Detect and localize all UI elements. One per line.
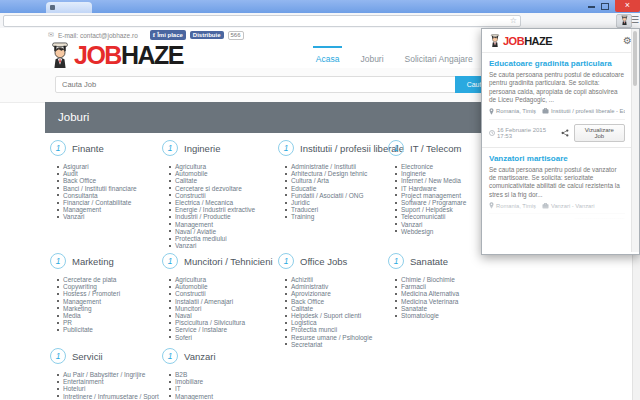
category-item-service-instalare[interactable]: Service / Instalare bbox=[169, 326, 278, 333]
category-item-administratie-institutii[interactable]: Administratie / Institutii bbox=[285, 163, 388, 170]
category-item-hostess-promoteri[interactable]: Hostess / Promoteri bbox=[57, 290, 162, 297]
category-item-educatie[interactable]: Educatie bbox=[285, 185, 388, 192]
category-item-medicina-alternativa[interactable]: Medicina Alternativa bbox=[395, 290, 595, 297]
view-job-button[interactable]: Vizualizare Job bbox=[574, 124, 625, 142]
view-job-button[interactable]: Vizualizare Job bbox=[574, 218, 625, 225]
category-item-media[interactable]: Media bbox=[57, 312, 162, 319]
category-item-instalatii-amenajari[interactable]: Instalatii / Amenajari bbox=[169, 298, 278, 305]
job-search-input[interactable] bbox=[55, 76, 461, 93]
category-title[interactable]: Sanatate bbox=[410, 256, 448, 267]
category-item-management[interactable]: Management bbox=[57, 298, 162, 305]
category-item-copywriting[interactable]: Copywriting bbox=[57, 283, 162, 290]
window-maximize-button[interactable] bbox=[601, 3, 609, 10]
category-title[interactable]: IT / Telecom bbox=[410, 143, 461, 154]
category-item-logistica[interactable]: Logistica bbox=[285, 319, 388, 326]
job-title-link[interactable]: Educatoare gradinita particulara bbox=[489, 59, 625, 68]
category-item-cercetare-si-dezvoltare[interactable]: Cercetare si dezvoltare bbox=[169, 185, 278, 192]
category-item-training[interactable]: Training bbox=[285, 213, 388, 220]
window-minimize-button[interactable] bbox=[588, 6, 595, 8]
category-item-arhitectura-design-tehnic[interactable]: Arhitectura / Design tehnic bbox=[285, 170, 388, 177]
category-item-back-office[interactable]: Back Office bbox=[57, 177, 162, 184]
category-item-chimie-biochimie[interactable]: Chimie / Biochimie bbox=[395, 276, 595, 283]
address-bar[interactable]: ☆ bbox=[3, 15, 521, 27]
category-item-management[interactable]: Management bbox=[169, 393, 278, 400]
category-title[interactable]: Inginerie bbox=[184, 143, 220, 154]
category-item-helpdesk-suport-clienti[interactable]: Helpdesk / Suport clienti bbox=[285, 312, 388, 319]
category-item-vanzari[interactable]: Vanzari bbox=[169, 242, 278, 249]
category-item-publicitate[interactable]: Publicitate bbox=[57, 326, 162, 333]
bookmark-star-icon[interactable]: ☆ bbox=[510, 16, 517, 26]
share-icon[interactable] bbox=[561, 223, 569, 225]
category-item-energie-industrii-extractive[interactable]: Energie / Industrii extractive bbox=[169, 206, 278, 213]
category-item-resurse-umane-psihologie[interactable]: Resurse umane / Psihologie bbox=[285, 334, 388, 341]
category-item-calitate[interactable]: Calitate bbox=[285, 305, 388, 312]
category-item-au-pair-babysitter-ingrijire[interactable]: Au Pair / Babysitter / Ingrijire bbox=[57, 371, 162, 378]
category-item-juridic[interactable]: Juridic bbox=[285, 199, 388, 206]
category-item-agricultura[interactable]: Agricultura bbox=[169, 276, 278, 283]
category-item-cercetare-de-piata[interactable]: Cercetare de piata bbox=[57, 276, 162, 283]
category-item-imobiliare[interactable]: Imobiliare bbox=[169, 378, 278, 385]
category-item-administrativ[interactable]: Administrativ bbox=[285, 283, 388, 290]
nav-item-joburi[interactable]: Joburi bbox=[357, 46, 386, 64]
category-item-secretariat[interactable]: Secretariat bbox=[285, 341, 388, 348]
category-item-management[interactable]: Management bbox=[57, 206, 162, 213]
nav-item-solicitari-angajare[interactable]: Solicitari Angajare bbox=[402, 46, 476, 64]
category-item-protectia-mediului[interactable]: Protectia mediului bbox=[169, 235, 278, 242]
category-item-aprovizionare[interactable]: Aprovizionare bbox=[285, 290, 388, 297]
category-item-hoteluri[interactable]: Hoteluri bbox=[57, 385, 162, 392]
facebook-like-button[interactable]: f Îmi place bbox=[150, 30, 186, 40]
category-item-stomatologie[interactable]: Stomatologie bbox=[395, 312, 595, 319]
category-item-asigurari[interactable]: Asigurari bbox=[57, 163, 162, 170]
category-item-muncitori[interactable]: Muncitori bbox=[169, 305, 278, 312]
category-item-it[interactable]: IT bbox=[169, 385, 278, 392]
category-item-constructii[interactable]: Constructii bbox=[169, 290, 278, 297]
category-title[interactable]: Servicii bbox=[72, 351, 103, 362]
category-item-financiar-contabilitate[interactable]: Financiar / Contabilitate bbox=[57, 199, 162, 206]
category-item-cultura-arta[interactable]: Cultura / Arta bbox=[285, 177, 388, 184]
job-title-link[interactable]: Vanzatori martisoare bbox=[489, 154, 625, 163]
category-item-management[interactable]: Management bbox=[169, 221, 278, 228]
window-close-button[interactable]: × bbox=[615, 0, 640, 12]
category-item-automobile[interactable]: Automobile bbox=[169, 283, 278, 290]
browser-menu-icon[interactable]: ☰ bbox=[631, 15, 639, 25]
category-item-marketing[interactable]: Marketing bbox=[57, 305, 162, 312]
category-item-protectia-muncii[interactable]: Protectia muncii bbox=[285, 326, 388, 333]
category-item-piscicultura-silvicultura[interactable]: Piscicultura / Silvicultura bbox=[169, 319, 278, 326]
category-title[interactable]: Office Jobs bbox=[300, 256, 347, 267]
category-title[interactable]: Finante bbox=[72, 143, 104, 154]
category-item-fundatii-asociatii-ong[interactable]: Fundatii / Asociatii / ONG bbox=[285, 192, 388, 199]
nav-item-acasa[interactable]: Acasa bbox=[313, 46, 343, 64]
category-item-consultanta[interactable]: Consultanta bbox=[57, 192, 162, 199]
category-item-medicina-veterinara[interactable]: Medicina Veterinara bbox=[395, 298, 595, 305]
category-title[interactable]: Vanzari bbox=[184, 351, 216, 362]
category-item-sanatate[interactable]: Sanatate bbox=[395, 305, 595, 312]
site-logo[interactable]: JOBHAZE bbox=[48, 42, 183, 68]
category-item-back-office[interactable]: Back Office bbox=[285, 298, 388, 305]
category-item-naval[interactable]: Naval bbox=[169, 312, 278, 319]
popup-scrollbar-thumb[interactable] bbox=[633, 31, 637, 86]
category-item-agricultura[interactable]: Agricultura bbox=[169, 163, 278, 170]
category-item-banci-institutii-financiare[interactable]: Banci / Institutii financiare bbox=[57, 185, 162, 192]
category-title[interactable]: Marketing bbox=[72, 256, 114, 267]
browser-tab[interactable] bbox=[46, 2, 92, 13]
category-item-pr[interactable]: PR bbox=[57, 319, 162, 326]
category-item-achizitii[interactable]: Achizitii bbox=[285, 276, 388, 283]
category-item-naval-aviatie[interactable]: Naval / Aviatie bbox=[169, 228, 278, 235]
facebook-share-button[interactable]: Distribuie bbox=[190, 31, 224, 39]
category-item-calitate[interactable]: Calitate bbox=[169, 177, 278, 184]
category-item-automobile[interactable]: Automobile bbox=[169, 170, 278, 177]
category-item-audit[interactable]: Audit bbox=[57, 170, 162, 177]
category-item-entertainment[interactable]: Entertainment bbox=[57, 378, 162, 385]
category-item-constructii[interactable]: Constructii bbox=[169, 192, 278, 199]
category-item-vanzari[interactable]: Vanzari bbox=[57, 213, 162, 220]
category-item-soferi[interactable]: Soferi bbox=[169, 334, 278, 341]
jobhaze-extension-button[interactable] bbox=[616, 14, 632, 28]
category-item-industrii-productie[interactable]: Industrii / Productie bbox=[169, 213, 278, 220]
popup-scrollbar[interactable] bbox=[631, 29, 639, 252]
contact-email[interactable]: E-mail: contact@jobhaze.ro bbox=[58, 32, 138, 39]
category-item-traduceri[interactable]: Traduceri bbox=[285, 206, 388, 213]
category-item-intretinere-infrumusetare-sport[interactable]: Intretinere / Infrumusetare / Sport bbox=[57, 393, 162, 400]
category-item-electrica-mecanica[interactable]: Electrica / Mecanica bbox=[169, 199, 278, 206]
share-icon[interactable] bbox=[561, 129, 569, 137]
category-title[interactable]: Muncitori / Tehnicieni bbox=[184, 256, 273, 267]
